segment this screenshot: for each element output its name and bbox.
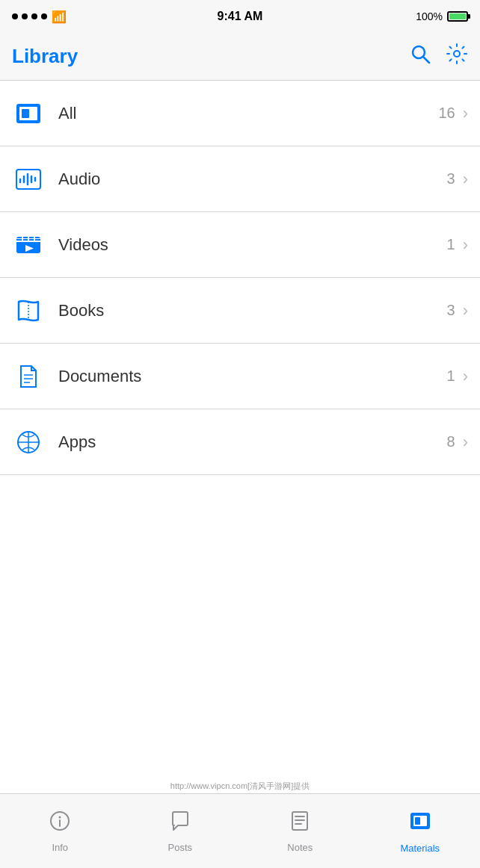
apps-count: 8 <box>447 433 455 450</box>
tab-info-label: Info <box>52 842 68 853</box>
tab-notes[interactable]: Notes <box>240 794 360 868</box>
tab-notes-label: Notes <box>287 842 313 853</box>
status-right: 100% <box>416 10 468 22</box>
materials-tab-icon <box>408 809 432 838</box>
posts-tab-icon <box>169 810 191 837</box>
nav-title: Library <box>12 45 78 68</box>
notes-tab-icon <box>289 810 311 837</box>
svg-point-2 <box>454 51 460 57</box>
all-icon <box>12 97 45 130</box>
videos-count: 1 <box>447 236 455 253</box>
watermark: http://www.vipcn.com[清风手游网]提供 <box>0 779 480 793</box>
svg-point-0 <box>413 46 425 58</box>
videos-icon <box>12 229 45 261</box>
list-item-audio[interactable]: Audio 3 › <box>0 146 480 212</box>
apps-chevron: › <box>463 433 468 452</box>
videos-label: Videos <box>58 235 447 255</box>
tab-posts[interactable]: Posts <box>120 794 241 868</box>
status-bar: 📶 9:41 AM 100% <box>0 0 480 33</box>
apps-label: Apps <box>58 433 447 452</box>
audio-icon <box>12 163 45 196</box>
list-item-videos[interactable]: Videos 1 › <box>0 212 480 278</box>
signal-dots <box>12 13 47 19</box>
books-chevron: › <box>463 301 468 320</box>
list-item-apps[interactable]: Apps 8 › <box>0 409 480 475</box>
nav-actions <box>410 43 468 70</box>
documents-label: Documents <box>58 367 447 386</box>
nav-bar: Library <box>0 33 480 81</box>
books-label: Books <box>58 301 447 320</box>
tab-info[interactable]: Info <box>0 794 120 868</box>
audio-label: Audio <box>58 170 447 189</box>
library-list: All 16 › Audio 3 › <box>0 81 480 475</box>
apps-icon <box>12 426 45 459</box>
list-item-all[interactable]: All 16 › <box>0 81 480 146</box>
settings-icon[interactable] <box>446 43 468 70</box>
tab-bar: Info Posts Notes <box>0 793 480 868</box>
documents-chevron: › <box>463 367 468 386</box>
documents-count: 1 <box>447 368 455 385</box>
svg-line-1 <box>424 58 430 63</box>
battery-percentage: 100% <box>416 10 443 22</box>
videos-chevron: › <box>463 235 468 255</box>
all-label: All <box>58 104 438 123</box>
all-count: 16 <box>438 105 455 122</box>
list-item-books[interactable]: Books 3 › <box>0 278 480 344</box>
svg-rect-26 <box>292 812 307 830</box>
audio-chevron: › <box>463 170 468 189</box>
list-item-documents[interactable]: Documents 1 › <box>0 344 480 409</box>
wifi-icon: 📶 <box>52 10 67 24</box>
tab-posts-label: Posts <box>167 842 192 853</box>
svg-rect-32 <box>415 817 420 825</box>
status-left: 📶 <box>12 10 67 24</box>
svg-point-24 <box>59 816 61 818</box>
tab-materials[interactable]: Materials <box>360 794 481 868</box>
all-chevron: › <box>463 104 468 123</box>
status-time: 9:41 AM <box>218 10 263 23</box>
tab-materials-label: Materials <box>400 843 440 854</box>
books-count: 3 <box>447 302 455 319</box>
svg-rect-5 <box>22 109 29 118</box>
info-tab-icon <box>49 810 71 837</box>
battery-icon <box>447 11 468 22</box>
books-icon <box>12 294 45 327</box>
audio-count: 3 <box>447 170 455 187</box>
documents-icon <box>12 360 45 393</box>
search-icon[interactable] <box>410 43 431 69</box>
